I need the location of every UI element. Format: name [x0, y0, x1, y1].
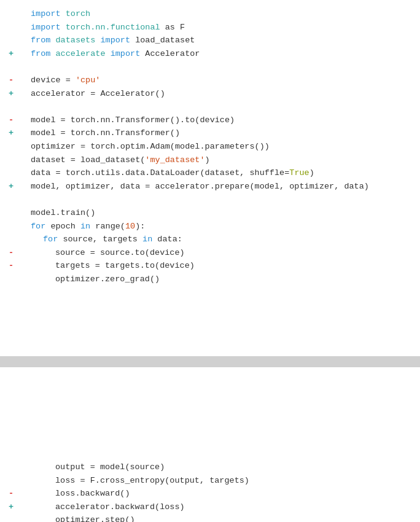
line-marker: [0, 21, 18, 34]
code-content: model, optimizer, data = accelerator.pre…: [18, 180, 415, 193]
code-token: torch.nn.functional: [66, 23, 160, 32]
code-token: load_dataset: [135, 36, 195, 45]
line-marker: -: [0, 259, 18, 273]
line-marker: [0, 220, 18, 233]
code-line: -loss.backward(): [0, 487, 420, 501]
code-token: = model(source): [85, 462, 165, 472]
line-marker: +: [0, 87, 18, 101]
code-content: targets = targets.to(device): [18, 259, 415, 273]
code-line: data = torch.utils.data.DataLoader(datas…: [0, 166, 420, 180]
code-token: targets = targets.to(device): [55, 261, 195, 270]
code-content: optimizer.zero_grad(): [18, 273, 415, 286]
code-token: for: [31, 222, 50, 231]
line-marker: [0, 461, 18, 474]
code-token: epoch: [50, 222, 80, 231]
code-token: loss.backward(): [55, 489, 130, 498]
code-content: model.train(): [18, 206, 415, 220]
code-line: for epoch in range(10):: [0, 220, 420, 233]
code-content: accelerator = Accelerator(): [18, 87, 415, 101]
line-marker: [0, 273, 18, 286]
code-token: 'my_dataset': [145, 155, 204, 165]
code-content: output = model(source): [18, 461, 415, 474]
bottom-code-panel: output = model(source) loss = F.cross_en…: [0, 367, 420, 522]
bottom-panel-spacer: [0, 375, 420, 461]
code-content: from accelerate import Accelerator: [18, 47, 415, 61]
code-token: 10: [125, 222, 135, 231]
code-line: -device = 'cpu': [0, 74, 420, 87]
code-token: dataset = load_dataset(: [31, 155, 145, 165]
code-line: optimizer = torch.optim.Adam(model.param…: [0, 140, 420, 154]
code-token: optimizer.zero_grad(): [55, 275, 160, 284]
panel-divider: [0, 356, 420, 367]
code-empty-line: [0, 60, 420, 74]
code-line: -source = source.to(device): [0, 246, 420, 260]
code-content: dataset = load_dataset('my_dataset'): [18, 154, 415, 167]
code-token: model = torch.nn.Transformer(): [31, 128, 180, 138]
line-marker: [0, 474, 18, 488]
code-token: Accelerator: [145, 49, 200, 58]
code-content: source = source.to(device): [18, 246, 415, 260]
code-empty-line: [0, 193, 420, 206]
code-token: in: [80, 222, 95, 231]
code-token: ): [309, 168, 314, 177]
top-code-panel: import torch import torch.nn.functional …: [0, 0, 420, 356]
line-marker: +: [0, 180, 18, 193]
code-token: accelerate: [56, 49, 106, 58]
code-token: for: [43, 235, 63, 244]
code-content: loss = F.cross_entropy(output, targets): [18, 474, 415, 488]
code-token: 'cpu': [76, 76, 101, 85]
code-content: import torch: [18, 7, 415, 21]
code-token: ):: [135, 222, 145, 231]
code-token: device =: [31, 76, 76, 85]
code-line: -targets = targets.to(device): [0, 259, 420, 273]
code-token: accelerator.backward(loss): [55, 502, 185, 512]
code-line: from datasets import load_dataset: [0, 34, 420, 47]
code-line: loss = F.cross_entropy(output, targets): [0, 474, 420, 488]
code-line: -model = torch.nn.Transformer().to(devic…: [0, 114, 420, 127]
line-marker: -: [0, 487, 18, 501]
line-marker: [0, 7, 18, 21]
code-line: +accelerator.backward(loss): [0, 501, 420, 514]
code-token: import: [95, 36, 135, 45]
code-token: datasets: [56, 36, 96, 45]
code-token: optimizer.step(): [55, 515, 135, 522]
code-token: accelerator = Accelerator(): [31, 89, 165, 98]
code-token: as F: [160, 23, 185, 32]
code-token: import: [31, 23, 66, 32]
code-content: device = 'cpu': [18, 74, 415, 87]
code-empty-line: [0, 100, 420, 114]
code-token: torch: [66, 9, 91, 18]
code-content: model = torch.nn.Transformer().to(device…: [18, 114, 415, 127]
code-content: model = torch.nn.Transformer(): [18, 127, 415, 140]
code-content: accelerator.backward(loss): [18, 501, 415, 514]
code-token: model, optimizer, data = accelerator.pre…: [31, 182, 369, 191]
line-marker: -: [0, 74, 18, 87]
line-marker: +: [0, 501, 18, 514]
line-marker: [0, 140, 18, 154]
code-token: range(: [95, 222, 125, 231]
code-token: True: [289, 168, 309, 177]
code-token: loss = F.cross_entropy(output, targets): [55, 476, 249, 485]
code-token: output: [55, 462, 85, 472]
code-line: import torch: [0, 7, 420, 21]
code-line: dataset = load_dataset('my_dataset'): [0, 154, 420, 167]
line-marker: -: [0, 114, 18, 127]
code-content: optimizer = torch.optim.Adam(model.param…: [18, 140, 415, 154]
code-token: optimizer = torch.optim.Adam(model.param…: [31, 142, 270, 151]
code-line: optimizer.step(): [0, 513, 420, 522]
line-marker: [0, 206, 18, 220]
code-line: +accelerator = Accelerator(): [0, 87, 420, 101]
code-token: in: [142, 235, 157, 244]
code-line: +model = torch.nn.Transformer(): [0, 127, 420, 140]
code-line: +model, optimizer, data = accelerator.pr…: [0, 180, 420, 193]
line-marker: [0, 34, 18, 47]
code-token: model.train(): [31, 208, 95, 217]
code-line: output = model(source): [0, 461, 420, 474]
code-token: data:: [157, 235, 182, 244]
code-token: data = torch.utils.data.DataLoader(datas…: [31, 168, 289, 177]
line-marker: +: [0, 127, 18, 140]
code-token: from: [31, 36, 56, 45]
code-content: import torch.nn.functional as F: [18, 21, 415, 34]
code-content: for epoch in range(10):: [18, 220, 415, 233]
code-line: optimizer.zero_grad(): [0, 273, 420, 286]
